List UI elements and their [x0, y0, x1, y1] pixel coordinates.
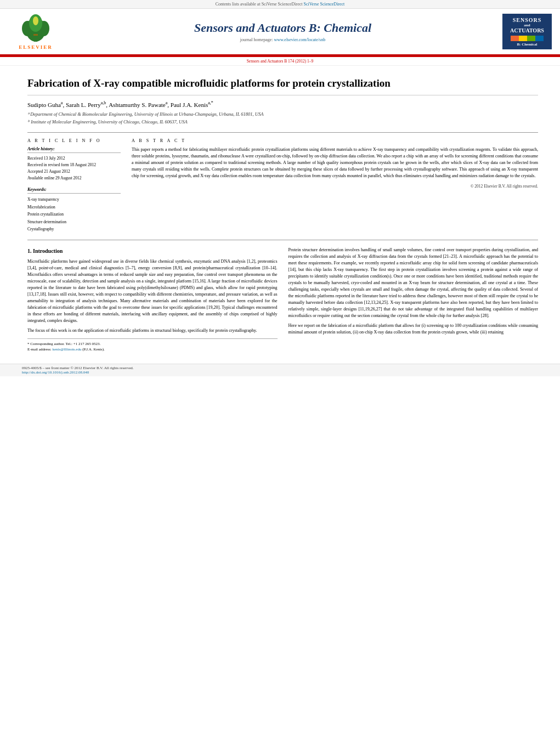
- issue-text: Sensors and Actuators B 174 (2012) 1–9: [247, 59, 314, 64]
- footnote-email-label: E-mail address:: [27, 347, 52, 352]
- keyword-1: X-ray transparency: [27, 196, 121, 203]
- article-title: Fabrication of X-ray compatible microflu…: [27, 77, 538, 95]
- revised-date: Received in revised form 18 August 2012: [27, 162, 121, 168]
- article-info-col: A R T I C L E I N F O Article history: R…: [27, 138, 121, 233]
- keyword-4: Structure determination: [27, 218, 121, 226]
- keywords-list: X-ray transparency Microfabrication Prot…: [27, 196, 121, 233]
- keyword-3: Protein crystallization: [27, 211, 121, 218]
- sciverse-label: Contents lists available at SciVerse Sci…: [216, 2, 303, 7]
- authors-text: Sudipto Guhaa, Sarah L. Perrya,b, Ashtam…: [27, 101, 213, 108]
- issue-info: Sensors and Actuators B 174 (2012) 1–9: [0, 57, 560, 66]
- header-red-line: [0, 54, 560, 56]
- journal-header: Contents lists available at SciVerse Sci…: [0, 0, 560, 57]
- affiliations: ᵃ Department of Chemical & Biomolecular …: [27, 111, 538, 126]
- journal-logo-right: SENSORS and ACTUATORS B: Chemical: [502, 14, 552, 49]
- journal-top-bar: Contents lists available at SciVerse Sci…: [0, 0, 560, 9]
- footnote-email-link[interactable]: kenis@Illinois.edu: [53, 347, 82, 352]
- elsevier-text: ELSEVIER: [19, 44, 53, 50]
- affiliation-b: ᵇ Institute of Molecular Engineering, Un…: [27, 119, 538, 126]
- logo-and-text: and: [524, 23, 530, 27]
- logo-bar-seg1: [511, 36, 519, 41]
- body-section: 1. Introduction Microfluidic platforms h…: [27, 247, 538, 353]
- elsevier-tree-icon: [19, 13, 52, 43]
- body-right-col: Protein structure determination involves…: [289, 247, 539, 353]
- keyword-5: Crystallography: [27, 225, 121, 233]
- available-date: Available online 29 August 2012: [27, 175, 121, 182]
- info-abstract-section: A R T I C L E I N F O Article history: R…: [27, 132, 538, 233]
- abstract-header: A B S T R A C T: [132, 138, 538, 143]
- body-left-col: 1. Introduction Microfluidic platforms h…: [27, 247, 278, 353]
- intro-left-p1: Microfluidic platforms have gained wides…: [27, 258, 278, 324]
- logo-bar: [511, 36, 544, 41]
- journal-name: Sensors and Actuators B: Chemical: [63, 21, 502, 35]
- section1-title: 1. Introduction: [27, 247, 278, 255]
- journal-title-center: Sensors and Actuators B: Chemical journa…: [63, 21, 502, 42]
- authors: Sudipto Guhaa, Sarah L. Perrya,b, Ashtam…: [27, 101, 538, 109]
- section-divider: [27, 240, 538, 240]
- logo-sensors-text: SENSORS: [513, 17, 542, 23]
- logo-b-label: B: Chemical: [517, 42, 537, 47]
- received-date: Received 13 July 2012: [27, 155, 121, 162]
- accepted-date: Accepted 21 August 2012: [27, 168, 121, 175]
- elsevier-logo: ELSEVIER: [8, 13, 63, 50]
- abstract-col: A B S T R A C T This paper reports a met…: [132, 138, 538, 233]
- keywords-label: Keywords:: [27, 187, 121, 194]
- doi-issn: 0925-4005/$ – see front matter © 2012 El…: [22, 366, 538, 370]
- journal-homepage: journal homepage: www.elsevier.com/locat…: [63, 37, 502, 42]
- homepage-link[interactable]: www.elsevier.com/locate/snb: [274, 37, 326, 42]
- abstract-text: This paper reports a method for fabricat…: [132, 146, 538, 179]
- article-info-header: A R T I C L E I N F O: [27, 138, 121, 143]
- keyword-2: Microfabrication: [27, 203, 121, 211]
- doi-link[interactable]: http://dx.doi.org/10.1016/j.snb.2012.08.…: [22, 370, 89, 375]
- intro-right-p1: Protein structure determination involves…: [289, 247, 539, 319]
- footnote-area: * Corresponding author. Tel.: +1 217 265…: [27, 338, 278, 353]
- intro-left-p2: The focus of this work is on the applica…: [27, 327, 278, 334]
- journal-banner: ELSEVIER Sensors and Actuators B: Chemic…: [0, 9, 560, 54]
- svg-point-6: [33, 16, 38, 25]
- footnote-email-person: (P.J.A. Kenis).: [82, 347, 105, 352]
- footnote-corresponding: * Corresponding author. Tel.: +1 217 265…: [27, 341, 278, 347]
- footnote-email-line: E-mail address: kenis@Illinois.edu (P.J.…: [27, 347, 278, 353]
- logo-actuators-text: ACTUATORS: [510, 27, 544, 33]
- doi-bar: 0925-4005/$ – see front matter © 2012 El…: [0, 364, 560, 376]
- logo-bar-seg3: [527, 36, 535, 41]
- article-content: Fabrication of X-ray compatible microflu…: [0, 66, 560, 364]
- homepage-label: journal homepage:: [240, 37, 273, 42]
- affiliation-a: ᵃ Department of Chemical & Biomolecular …: [27, 111, 538, 118]
- logo-bar-seg2: [519, 36, 527, 41]
- logo-bar-seg4: [535, 36, 544, 41]
- article-history-label: Article history:: [27, 146, 121, 153]
- sciverse-link[interactable]: SciVerse ScienceDirect: [303, 2, 344, 7]
- intro-right-p2: Here we report on the fabrication of a m…: [289, 323, 539, 336]
- svg-rect-5: [33, 34, 38, 36]
- copyright-line: © 2012 Elsevier B.V. All rights reserved…: [132, 184, 538, 189]
